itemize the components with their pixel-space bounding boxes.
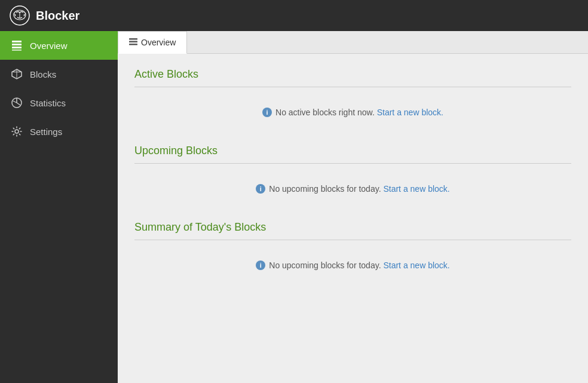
section-summary-title: Summary of Today's Blocks (134, 221, 571, 234)
statistics-icon (11, 97, 23, 109)
blocks-icon (11, 68, 23, 80)
sidebar: Overview Blocks S (0, 31, 118, 383)
svg-point-8 (15, 130, 19, 133)
section-summary-message: No upcoming blocks for today. (269, 261, 381, 270)
svg-rect-5 (12, 47, 22, 48)
section-active-blocks-title: Active Blocks (134, 68, 571, 81)
tab-bar: Overview (118, 31, 588, 54)
sidebar-item-blocks[interactable]: Blocks (0, 60, 118, 88)
section-upcoming-blocks-title: Upcoming Blocks (134, 145, 571, 157)
section-active-blocks-message: No active blocks right now. (275, 108, 375, 117)
tab-overview[interactable]: Overview (118, 31, 187, 54)
section-upcoming-blocks-body: i No upcoming blocks for today. Start a … (134, 176, 571, 202)
tab-overview-label: Overview (141, 38, 176, 47)
section-summary: Summary of Today's Blocks i No upcoming … (134, 221, 571, 278)
app-logo: Blocker (10, 5, 79, 26)
section-active-blocks-body: i No active blocks right now. Start a ne… (134, 99, 571, 125)
svg-rect-4 (12, 44, 22, 45)
section-active-blocks-divider (134, 87, 571, 87)
sidebar-item-settings[interactable]: Settings (0, 117, 118, 146)
section-summary-link[interactable]: Start a new block. (383, 261, 449, 270)
section-upcoming-blocks-message: No upcoming blocks for today. (269, 184, 381, 194)
info-icon-upcoming: i (256, 184, 265, 194)
section-summary-divider (134, 240, 571, 240)
app-title: Blocker (36, 9, 79, 23)
info-icon-active: i (262, 108, 272, 117)
settings-icon (11, 125, 23, 137)
svg-rect-11 (129, 44, 137, 45)
section-upcoming-blocks-divider (134, 163, 571, 164)
svg-rect-9 (129, 38, 137, 40)
svg-rect-10 (129, 41, 137, 43)
sidebar-item-overview-label: Overview (30, 41, 68, 51)
sidebar-item-overview[interactable]: Overview (0, 31, 118, 60)
overview-icon (11, 39, 23, 51)
section-upcoming-blocks-link[interactable]: Start a new block. (383, 184, 449, 194)
sidebar-item-statistics[interactable]: Statistics (0, 88, 118, 117)
sidebar-item-blocks-label: Blocks (30, 69, 56, 79)
section-active-blocks: Active Blocks i No active blocks right n… (134, 68, 571, 125)
content-area: Active Blocks i No active blocks right n… (118, 54, 588, 383)
main-content: Overview Active Blocks i No active block… (118, 31, 588, 383)
section-upcoming-blocks: Upcoming Blocks i No upcoming blocks for… (134, 145, 571, 202)
tab-overview-icon (129, 38, 137, 47)
layout: Overview Blocks S (0, 31, 588, 383)
section-active-blocks-link[interactable]: Start a new block. (377, 108, 443, 117)
svg-rect-6 (12, 50, 22, 51)
section-summary-body: i No upcoming blocks for today. Start a … (134, 252, 571, 278)
svg-rect-3 (12, 41, 22, 42)
top-bar: Blocker (0, 0, 588, 31)
info-icon-summary: i (256, 261, 265, 270)
sidebar-item-settings-label: Settings (30, 127, 62, 137)
app-logo-icon (10, 5, 30, 26)
sidebar-item-statistics-label: Statistics (30, 98, 66, 108)
